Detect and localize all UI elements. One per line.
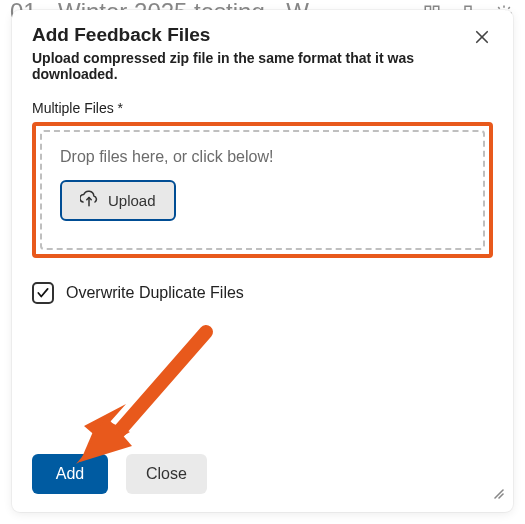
annotation-highlight-box: Drop files here, or click below! Upload [32,122,493,258]
close-button[interactable]: Close [126,454,207,494]
dialog-footer: Add Close [32,454,207,494]
file-dropzone[interactable]: Drop files here, or click below! Upload [40,130,485,250]
overwrite-row: Overwrite Duplicate Files [32,282,493,304]
overwrite-checkbox-label: Overwrite Duplicate Files [66,284,244,302]
upload-button[interactable]: Upload [60,180,176,221]
overwrite-checkbox[interactable] [32,282,54,304]
add-feedback-files-dialog: Add Feedback Files Upload compressed zip… [12,10,513,512]
dialog-title: Add Feedback Files [32,24,493,46]
upload-button-label: Upload [108,192,156,209]
resize-handle-icon[interactable] [489,484,505,504]
add-button[interactable]: Add [32,454,108,494]
upload-icon [80,190,98,211]
multiple-files-label: Multiple Files * [32,100,493,116]
svg-line-8 [495,490,503,498]
dialog-subtitle: Upload compressed zip file in the same f… [32,50,493,82]
close-icon[interactable] [473,28,495,50]
dropzone-hint: Drop files here, or click below! [60,148,465,166]
svg-line-9 [499,494,503,498]
